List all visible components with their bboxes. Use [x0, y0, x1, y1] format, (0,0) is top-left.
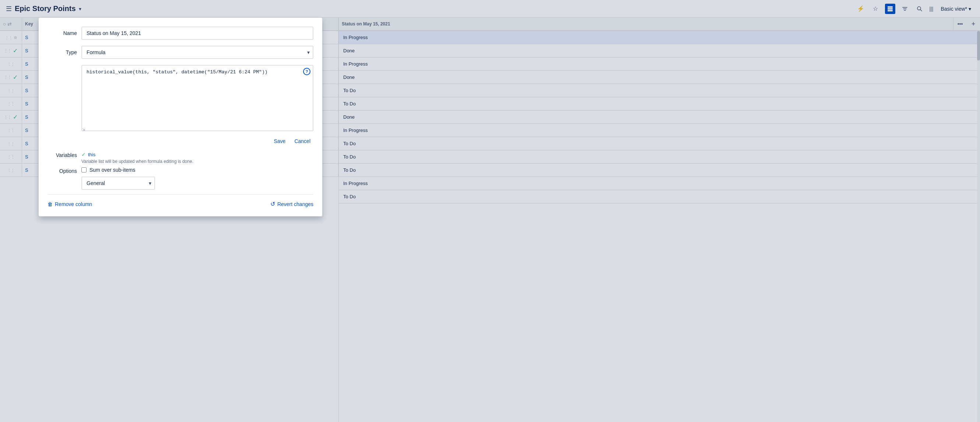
column-edit-modal: Name Type Formula Text Number Date Statu… [39, 18, 322, 216]
formula-row: historical_value(this, "status", datetim… [48, 65, 313, 132]
variable-check-icon: ✓ [81, 152, 86, 157]
cancel-button[interactable]: Cancel [291, 137, 313, 145]
type-select-wrapper: Formula Text Number Date Status ▾ [81, 46, 313, 59]
help-icon: ? [305, 69, 308, 74]
type-select[interactable]: Formula Text Number Date Status [81, 46, 313, 59]
remove-column-label: Remove column [55, 201, 92, 207]
table-container: ○ ⇄ Key Summary Status ⋮⋮ S ⋮⋮ [0, 18, 980, 422]
sum-sub-items-checkbox[interactable] [81, 167, 86, 173]
options-row: Options Sum over sub-items General Perce… [48, 167, 313, 190]
formula-textarea-wrapper: historical_value(this, "status", datetim… [81, 65, 313, 132]
modal-footer: 🗑 Remove column ↺ Revert changes [48, 194, 313, 208]
name-label: Name [48, 30, 77, 36]
variables-content: ✓ this Variable list will be updated whe… [81, 152, 313, 164]
variables-row: Variables ✓ this Variable list will be u… [48, 152, 313, 164]
variable-name: this [88, 152, 95, 157]
options-label: Options [48, 167, 77, 174]
name-row: Name [48, 27, 313, 40]
name-input[interactable] [81, 27, 313, 40]
revert-changes-button[interactable]: ↺ Revert changes [270, 200, 313, 208]
resize-handle[interactable]: ⇲ [82, 128, 85, 131]
checkbox-row: Sum over sub-items [81, 167, 313, 173]
formula-textarea[interactable]: historical_value(this, "status", datetim… [81, 65, 313, 131]
sum-sub-items-label: Sum over sub-items [89, 167, 135, 173]
variables-label: Variables [48, 152, 77, 158]
formula-help-button[interactable]: ? [303, 68, 310, 75]
type-row: Type Formula Text Number Date Status ▾ [48, 46, 313, 59]
modal-overlay: Name Type Formula Text Number Date Statu… [0, 18, 980, 422]
type-label: Type [48, 50, 77, 55]
general-select-wrapper: General Percentage Currency ▾ [81, 177, 155, 190]
variable-hint: Variable list will be updated when formu… [81, 159, 313, 164]
save-button[interactable]: Save [271, 137, 288, 145]
trash-icon: 🗑 [48, 201, 52, 207]
revert-changes-label: Revert changes [277, 201, 313, 207]
options-content: Sum over sub-items General Percentage Cu… [81, 167, 313, 190]
revert-icon: ↺ [270, 200, 275, 208]
remove-column-button[interactable]: 🗑 Remove column [48, 201, 92, 207]
action-row: Save Cancel [48, 137, 313, 145]
variable-item: ✓ this [81, 152, 313, 157]
general-select[interactable]: General Percentage Currency [81, 177, 155, 190]
